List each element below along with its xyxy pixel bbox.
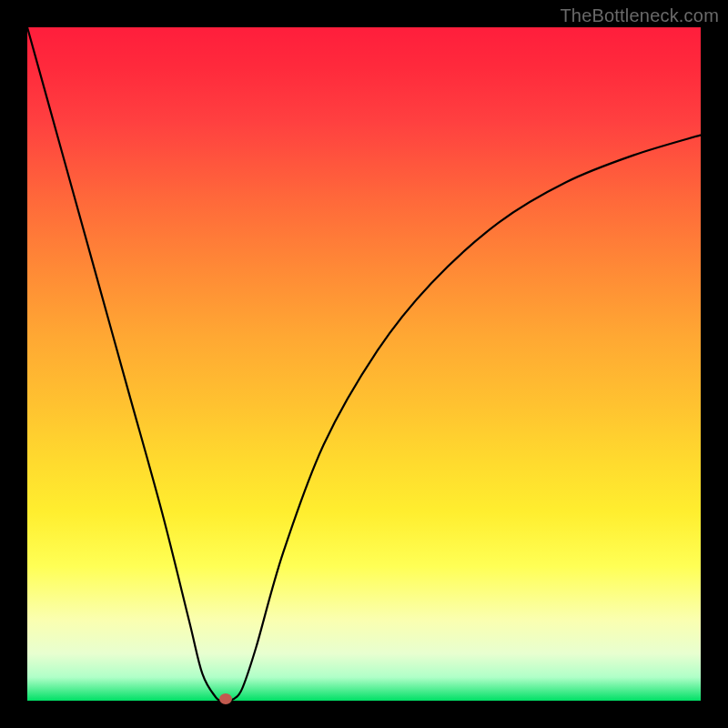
- plot-area: [27, 27, 701, 701]
- bottleneck-curve: [27, 27, 701, 701]
- watermark: TheBottleneck.com: [560, 5, 719, 26]
- chart-canvas: TheBottleneck.com: [0, 0, 728, 728]
- optimum-marker: [219, 693, 232, 704]
